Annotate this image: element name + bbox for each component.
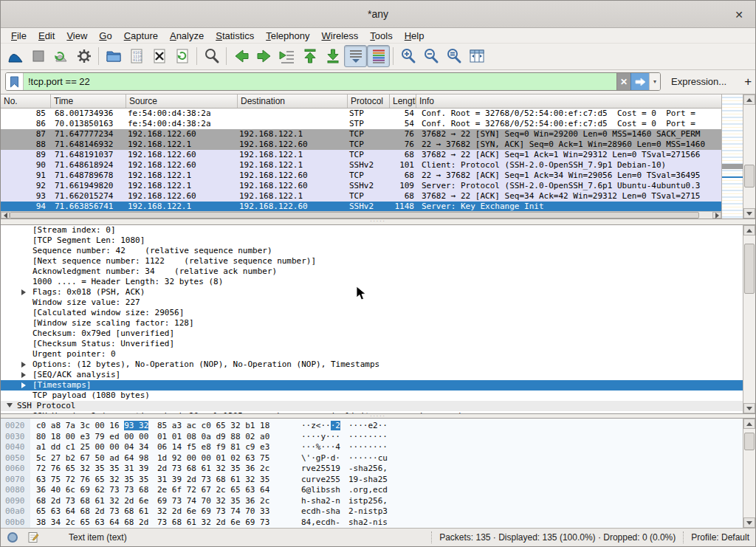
hex-row[interactable]: 0090 68 2d 73 68 61 32 2d 6e 69 73 74 70… bbox=[1, 496, 743, 507]
packet-row[interactable]: 90 71.648618924 192.168.122.60 192.168.1… bbox=[1, 160, 721, 171]
vscroll-thumb[interactable] bbox=[744, 244, 755, 294]
detail-row[interactable]: [Stream index: 0] bbox=[1, 225, 743, 235]
menu-item[interactable]: Go bbox=[93, 29, 117, 43]
scroll-right-icon[interactable] bbox=[712, 212, 721, 219]
vscroll-track[interactable] bbox=[743, 235, 755, 403]
hex-row[interactable]: 0060 72 76 65 32 35 35 31 39 2d 73 68 61… bbox=[1, 464, 743, 475]
go-last-button[interactable] bbox=[321, 45, 344, 67]
filter-history-dropdown[interactable]: ▾ bbox=[649, 73, 660, 90]
go-back-button[interactable] bbox=[230, 45, 252, 67]
packet-row[interactable]: 91 71.648789678 192.168.122.1 192.168.12… bbox=[1, 171, 721, 181]
file-reload-button[interactable] bbox=[171, 45, 193, 67]
vscroll-track[interactable] bbox=[743, 429, 755, 517]
detail-row[interactable]: Window size value: 227 bbox=[1, 297, 743, 308]
column-header-info[interactable]: Info bbox=[416, 94, 721, 108]
hex-row[interactable]: 0030 80 18 00 e3 79 ed 00 00 01 01 08 0a… bbox=[1, 432, 743, 443]
detail-row[interactable]: 1000 .... = Header Length: 32 bytes (8) bbox=[1, 277, 743, 287]
menu-item[interactable]: Edit bbox=[32, 29, 61, 43]
expander-icon[interactable] bbox=[21, 382, 26, 388]
packet-list-vscrollbar[interactable] bbox=[743, 94, 755, 219]
file-save-button[interactable]: 010111100110 bbox=[125, 45, 148, 67]
expander-icon[interactable] bbox=[21, 372, 26, 378]
filter-bookmark-button[interactable] bbox=[6, 73, 24, 90]
detail-row[interactable]: [TCP Segment Len: 1080] bbox=[1, 235, 743, 246]
filter-apply-button[interactable] bbox=[630, 73, 649, 90]
scroll-up-icon[interactable] bbox=[743, 419, 755, 429]
capture-stop-button[interactable] bbox=[27, 45, 49, 67]
intelligent-scrollbar-minimap[interactable] bbox=[721, 94, 743, 219]
detail-row[interactable]: Flags: 0x018 (PSH, ACK) bbox=[1, 287, 743, 297]
detail-row[interactable]: [Checksum Status: Unverified] bbox=[1, 339, 743, 349]
menu-item[interactable]: Tools bbox=[364, 29, 398, 43]
detail-row[interactable]: SSH Protocol bbox=[1, 401, 743, 411]
hex-row[interactable]: 0070 63 75 72 76 65 32 35 35 31 39 2d 73… bbox=[1, 475, 743, 486]
menu-item[interactable]: Help bbox=[399, 29, 430, 43]
file-close-button[interactable] bbox=[148, 45, 171, 67]
zoom-in-button[interactable] bbox=[396, 45, 419, 67]
scroll-down-icon[interactable] bbox=[743, 517, 755, 528]
expander-icon[interactable] bbox=[21, 362, 26, 368]
packet-row[interactable]: 85 68.001734936 fe:54:00:d4:38:2a STP 54… bbox=[1, 109, 721, 119]
file-open-button[interactable] bbox=[102, 45, 125, 67]
packet-row[interactable]: 92 71.661949820 192.168.122.1 192.168.12… bbox=[1, 181, 721, 191]
expander-icon[interactable] bbox=[7, 403, 13, 407]
detail-row[interactable]: [Next sequence number: 1122 (relative se… bbox=[1, 256, 743, 266]
packet-row[interactable]: 87 71.647777234 192.168.122.60 192.168.1… bbox=[1, 129, 721, 140]
find-packet-button[interactable] bbox=[200, 45, 223, 67]
column-header-no[interactable]: No. bbox=[1, 94, 51, 108]
zoom-out-button[interactable] bbox=[419, 45, 442, 67]
menu-item[interactable]: Telephony bbox=[260, 29, 315, 43]
detail-row[interactable]: [Calculated window size: 29056] bbox=[1, 308, 743, 318]
details-vscrollbar[interactable] bbox=[743, 225, 755, 413]
colorize-button[interactable] bbox=[367, 45, 390, 67]
expander-icon[interactable] bbox=[21, 289, 26, 295]
hex-row[interactable]: 0020 c0 a8 7a 3c 00 16 93 32 85 a3 ac c0… bbox=[1, 421, 743, 432]
horizontal-scrollbar[interactable] bbox=[1, 211, 721, 219]
pane-splitter[interactable]: ····· bbox=[1, 219, 755, 224]
display-filter-input[interactable] bbox=[24, 73, 616, 90]
capture-restart-button[interactable] bbox=[49, 45, 72, 67]
capture-comment-icon[interactable] bbox=[27, 531, 39, 543]
expert-info-icon[interactable] bbox=[7, 531, 18, 543]
detail-row[interactable]: TCP payload (1080 bytes) bbox=[1, 391, 743, 401]
scroll-down-icon[interactable] bbox=[743, 403, 755, 413]
menu-item[interactable]: Analyze bbox=[164, 29, 210, 43]
column-header-time[interactable]: Time bbox=[51, 94, 126, 108]
detail-row[interactable]: [SEQ/ACK analysis] bbox=[1, 370, 743, 380]
column-header-protocol[interactable]: Protocol bbox=[348, 94, 390, 108]
auto-scroll-button[interactable] bbox=[344, 45, 367, 67]
hex-row[interactable]: 00b0 38 34 2c 65 63 64 68 2d 73 68 61 32… bbox=[1, 517, 743, 529]
go-first-button[interactable] bbox=[298, 45, 321, 67]
detail-row[interactable]: Sequence number: 42 (relative sequence n… bbox=[1, 246, 743, 256]
packet-row[interactable]: 93 71.662015274 192.168.122.60 192.168.1… bbox=[1, 191, 721, 202]
zoom-original-button[interactable] bbox=[442, 45, 465, 67]
add-filter-button[interactable]: + bbox=[744, 75, 752, 89]
title-bar[interactable]: *any ✕ bbox=[1, 1, 755, 28]
column-header-source[interactable]: Source bbox=[126, 94, 238, 108]
detail-row[interactable]: [Window size scaling factor: 128] bbox=[1, 318, 743, 328]
vscroll-thumb[interactable] bbox=[744, 433, 755, 450]
close-window-icon[interactable]: ✕ bbox=[732, 7, 746, 22]
expression-button[interactable]: Expression... bbox=[671, 76, 726, 87]
vscroll-thumb[interactable] bbox=[744, 165, 755, 188]
scroll-down-icon[interactable] bbox=[743, 208, 755, 219]
go-to-packet-button[interactable] bbox=[275, 45, 298, 67]
capture-options-button[interactable] bbox=[72, 45, 95, 67]
scroll-up-icon[interactable] bbox=[743, 225, 755, 235]
detail-row[interactable]: Acknowledgment number: 34 (relative ack … bbox=[1, 266, 743, 277]
packet-row[interactable]: 86 70.013850163 fe:54:00:d4:38:2a STP 54… bbox=[1, 119, 721, 129]
hex-row[interactable]: 0080 36 40 6c 69 62 73 73 68 2e 6f 72 67… bbox=[1, 485, 743, 496]
detail-row[interactable]: Checksum: 0x79ed [unverified] bbox=[1, 328, 743, 339]
column-header-destination[interactable]: Destination bbox=[238, 94, 348, 108]
menu-item[interactable]: File bbox=[5, 29, 32, 43]
scroll-up-icon[interactable] bbox=[743, 94, 755, 105]
hex-row[interactable]: 0050 5c 27 b2 67 50 ad 64 98 1d 92 00 00… bbox=[1, 453, 743, 464]
go-forward-button[interactable] bbox=[252, 45, 275, 67]
detail-row[interactable]: SSH Version 2 (encryption:chacha20-poly1… bbox=[1, 411, 743, 413]
capture-start-button[interactable] bbox=[4, 45, 27, 67]
menu-item[interactable]: Wireless bbox=[316, 29, 365, 43]
hex-row[interactable]: 00a0 65 63 64 68 2d 73 68 61 32 2d 6e 69… bbox=[1, 506, 743, 517]
detail-row[interactable]: Urgent pointer: 0 bbox=[1, 349, 743, 359]
menu-item[interactable]: View bbox=[61, 29, 93, 43]
packet-row[interactable]: 88 71.648146932 192.168.122.1 192.168.12… bbox=[1, 140, 721, 150]
